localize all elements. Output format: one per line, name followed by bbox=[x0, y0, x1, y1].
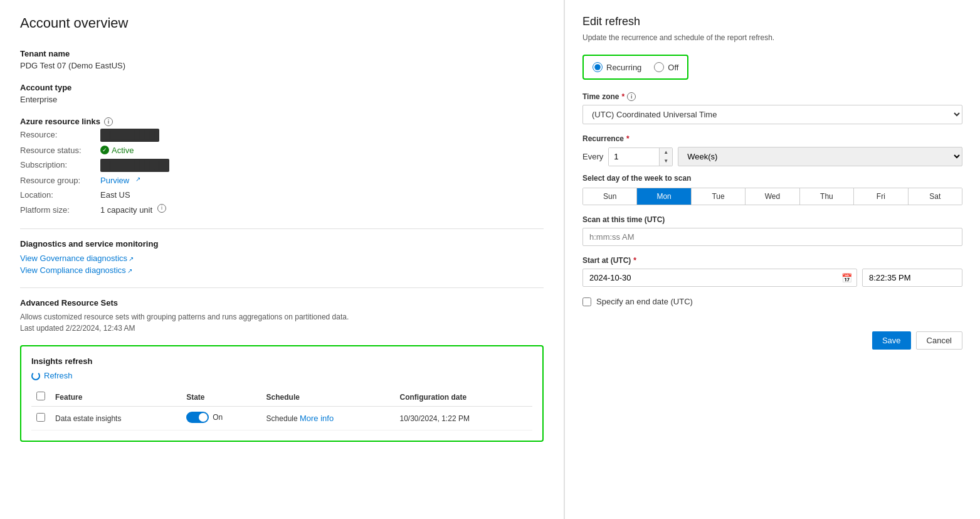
recurrence-radio-group: Recurring Off bbox=[582, 55, 688, 80]
divider-2 bbox=[20, 287, 544, 288]
row-config-date: 10/30/2024, 1:22 PM bbox=[394, 407, 532, 431]
refresh-icon bbox=[31, 372, 40, 380]
row-schedule: Schedule More info bbox=[261, 407, 395, 431]
tenant-name-value: PDG Test 07 (Demo EastUS) bbox=[20, 61, 544, 70]
azure-resource-info-icon[interactable]: i bbox=[104, 117, 113, 126]
platform-size-label: Platform size: bbox=[20, 204, 95, 217]
resource-status-row: Resource status: Active bbox=[20, 144, 544, 157]
compliance-diagnostics-link[interactable]: View Compliance diagnostics bbox=[20, 265, 126, 275]
scan-time-input[interactable] bbox=[582, 228, 962, 246]
cancel-button[interactable]: Cancel bbox=[916, 331, 962, 350]
status-badge-text: Active bbox=[112, 144, 134, 157]
diagnostics-section: Diagnostics and service monitoring View … bbox=[20, 239, 544, 275]
page-title: Account overview bbox=[20, 15, 544, 31]
start-label: Start at (UTC) * bbox=[582, 256, 962, 265]
increment-button[interactable]: ▲ bbox=[660, 148, 672, 157]
platform-size-value: 1 capacity unit bbox=[100, 204, 152, 217]
table-row: Data estate insights On Schedule More in… bbox=[31, 407, 532, 431]
timezone-info-icon[interactable]: i bbox=[627, 92, 636, 101]
start-time-input[interactable] bbox=[862, 269, 962, 287]
decrement-button[interactable]: ▼ bbox=[660, 157, 672, 166]
panel-title: Edit refresh bbox=[582, 15, 962, 28]
select-all-checkbox[interactable] bbox=[36, 392, 45, 400]
azure-resource-section: Azure resource links i Resource: ███████… bbox=[20, 117, 544, 216]
location-value: East US bbox=[100, 189, 130, 201]
spinner-buttons: ▲ ▼ bbox=[659, 148, 672, 166]
resource-row: Resource: ██████████ bbox=[20, 129, 544, 142]
row-checkbox[interactable] bbox=[36, 413, 45, 422]
end-date-row: Specify an end date (UTC) bbox=[582, 297, 962, 306]
day-mon[interactable]: Mon bbox=[637, 188, 691, 205]
day-tue[interactable]: Tue bbox=[692, 188, 746, 205]
row-checkbox-cell bbox=[31, 407, 50, 431]
day-wed[interactable]: Wed bbox=[746, 188, 799, 205]
refresh-button[interactable]: Refresh bbox=[31, 371, 73, 380]
external-link-icon: ↗ bbox=[135, 174, 140, 187]
start-field-group: Start at (UTC) * 📅 bbox=[582, 256, 962, 287]
recurrence-required: * bbox=[626, 134, 630, 143]
calendar-icon[interactable]: 📅 bbox=[841, 273, 852, 283]
end-date-label: Specify an end date (UTC) bbox=[596, 297, 693, 306]
state-toggle-container: On bbox=[186, 412, 223, 423]
insights-refresh-section: Insights refresh Refresh Feature State S… bbox=[20, 345, 544, 442]
recurrence-row: Every ▲ ▼ Week(s) Day(s) Month(s) bbox=[582, 147, 962, 166]
governance-diagnostics-link[interactable]: View Governance diagnostics bbox=[20, 254, 127, 263]
timezone-select[interactable]: (UTC) Coordinated Universal Time bbox=[582, 105, 962, 124]
days-row: Sun Mon Tue Wed Thu Fri Sat bbox=[582, 188, 962, 205]
header-config-date: Configuration date bbox=[394, 388, 532, 407]
off-radio[interactable] bbox=[654, 62, 664, 72]
timezone-required: * bbox=[621, 92, 624, 101]
off-option[interactable]: Off bbox=[654, 62, 678, 72]
resource-group-link[interactable]: Purview bbox=[100, 174, 129, 187]
subscription-row: Subscription: ████████████ bbox=[20, 159, 544, 172]
timezone-label: Time zone * i bbox=[582, 92, 962, 101]
azure-resource-label: Azure resource links bbox=[20, 117, 100, 126]
recurrence-field-group: Recurrence * Every ▲ ▼ Week(s) Day(s) Mo… bbox=[582, 134, 962, 205]
governance-external-icon: ↗ bbox=[129, 255, 134, 262]
panel-subtitle: Update the recurrence and schedule of th… bbox=[582, 33, 962, 42]
day-sat[interactable]: Sat bbox=[909, 188, 962, 205]
left-panel: Account overview Tenant name PDG Test 07… bbox=[0, 0, 564, 519]
start-date-input[interactable] bbox=[582, 269, 857, 287]
resource-label: Resource: bbox=[20, 129, 95, 142]
date-time-row: 📅 bbox=[582, 269, 962, 287]
action-buttons: Save Cancel bbox=[582, 331, 962, 350]
day-sun[interactable]: Sun bbox=[583, 188, 637, 205]
advanced-resource-title: Advanced Resource Sets bbox=[20, 298, 544, 308]
recurring-radio[interactable] bbox=[593, 62, 603, 72]
end-date-checkbox[interactable] bbox=[582, 297, 591, 306]
toggle-label: On bbox=[213, 413, 223, 422]
azure-resource-table: Resource: ██████████ Resource status: Ac… bbox=[20, 129, 544, 216]
resource-status-label: Resource status: bbox=[20, 144, 95, 157]
start-required: * bbox=[633, 256, 636, 265]
diagnostics-title: Diagnostics and service monitoring bbox=[20, 239, 544, 249]
day-fri[interactable]: Fri bbox=[854, 188, 908, 205]
advanced-resource-updated: Last updated 2/22/2024, 12:43 AM bbox=[20, 324, 544, 333]
unit-select[interactable]: Week(s) Day(s) Month(s) bbox=[678, 147, 962, 166]
recurring-option[interactable]: Recurring bbox=[593, 62, 641, 72]
recurrence-number-input[interactable] bbox=[609, 148, 659, 166]
save-button[interactable]: Save bbox=[872, 331, 911, 350]
account-type-value: Enterprise bbox=[20, 95, 544, 104]
tenant-name-label: Tenant name bbox=[20, 49, 544, 58]
date-input-wrap: 📅 bbox=[582, 269, 857, 287]
subscription-value: ████████████ bbox=[100, 159, 169, 172]
row-feature: Data estate insights bbox=[50, 407, 181, 431]
insights-title: Insights refresh bbox=[31, 356, 532, 366]
state-toggle[interactable] bbox=[186, 412, 209, 423]
off-label: Off bbox=[668, 63, 678, 72]
more-info-link[interactable]: More info bbox=[300, 414, 334, 423]
recurrence-label: Recurrence * bbox=[582, 134, 962, 143]
resource-value: ██████████ bbox=[100, 129, 159, 142]
account-type-section: Account type Enterprise bbox=[20, 83, 544, 104]
refresh-button-label: Refresh bbox=[44, 371, 73, 380]
timezone-field-group: Time zone * i (UTC) Coordinated Universa… bbox=[582, 92, 962, 124]
day-thu[interactable]: Thu bbox=[800, 188, 854, 205]
active-dot-icon bbox=[100, 146, 109, 154]
every-label: Every bbox=[582, 152, 603, 161]
location-row: Location: East US bbox=[20, 189, 544, 201]
insights-table: Feature State Schedule Configuration dat… bbox=[31, 388, 532, 431]
platform-size-info-icon[interactable]: i bbox=[157, 204, 166, 213]
compliance-external-icon: ↗ bbox=[127, 267, 132, 274]
number-input-wrap: ▲ ▼ bbox=[608, 147, 673, 166]
